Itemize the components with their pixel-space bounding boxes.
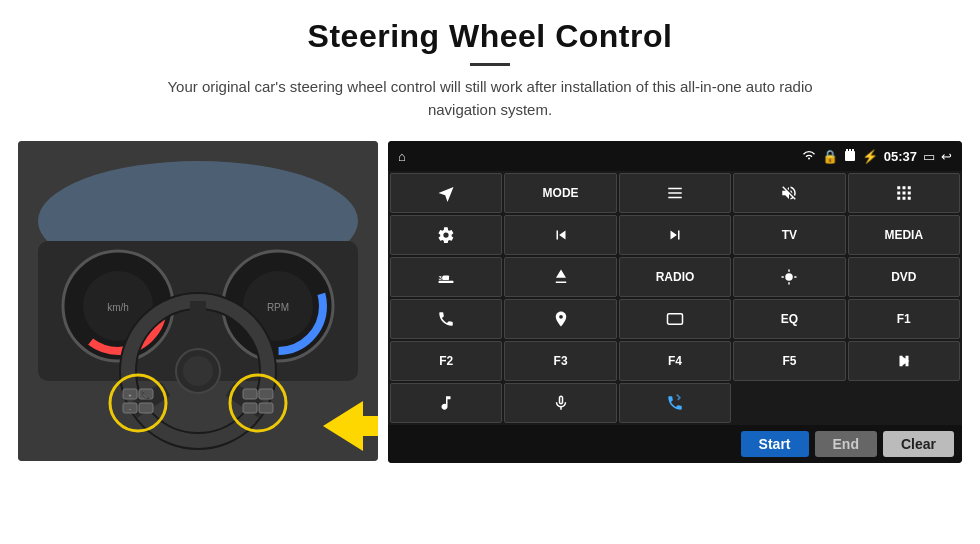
svg-rect-44 [908, 192, 911, 195]
svg-rect-41 [908, 186, 911, 189]
back-icon[interactable]: ↩ [941, 149, 952, 164]
btn-navigate[interactable] [390, 173, 502, 213]
svg-rect-38 [668, 197, 682, 199]
btn-phone[interactable] [390, 299, 502, 339]
bluetooth-icon: ⚡ [862, 149, 878, 164]
btn-apps[interactable] [848, 173, 960, 213]
svg-rect-49 [439, 281, 454, 283]
svg-rect-46 [902, 197, 905, 200]
svg-rect-35 [852, 149, 854, 152]
btn-media[interactable]: MEDIA [848, 215, 960, 255]
svg-text:+: + [128, 392, 132, 398]
start-button[interactable]: Start [741, 431, 809, 457]
btn-mic[interactable] [504, 383, 616, 423]
btn-f2[interactable]: F2 [390, 341, 502, 381]
btn-eject[interactable] [504, 257, 616, 297]
btn-radio[interactable]: RADIO [619, 257, 731, 297]
svg-text:RPM: RPM [267, 302, 289, 313]
status-time: 05:37 [884, 149, 917, 164]
btn-f4[interactable]: F4 [619, 341, 731, 381]
btn-f1[interactable]: F1 [848, 299, 960, 339]
status-bar: ⌂ 🔒 ⚡ 05:37 ▭ ↩ [388, 141, 962, 171]
clear-button[interactable]: Clear [883, 431, 954, 457]
svg-rect-56 [667, 314, 682, 325]
btn-360cam[interactable]: 360 [390, 257, 502, 297]
btn-screen[interactable] [619, 299, 731, 339]
lock-icon: 🔒 [822, 149, 838, 164]
svg-rect-43 [902, 192, 905, 195]
btn-f3[interactable]: F3 [504, 341, 616, 381]
btn-phone-answer[interactable] [619, 383, 731, 423]
status-bar-right: 🔒 ⚡ 05:37 ▭ ↩ [802, 148, 952, 165]
title-divider [470, 63, 510, 66]
svg-rect-24 [139, 403, 153, 413]
btn-mode[interactable]: MODE [504, 173, 616, 213]
svg-text:-: - [129, 406, 131, 412]
svg-rect-42 [897, 192, 900, 195]
svg-rect-47 [908, 197, 911, 200]
main-content: km/h RPM + - 📞 [0, 131, 980, 463]
btn-brightness[interactable] [733, 257, 845, 297]
btn-mute[interactable] [733, 173, 845, 213]
bottom-bar: Start End Clear [388, 425, 962, 463]
btn-tv[interactable]: TV [733, 215, 845, 255]
btn-navi[interactable] [504, 299, 616, 339]
svg-rect-39 [897, 186, 900, 189]
btn-dvd[interactable]: DVD [848, 257, 960, 297]
home-icon[interactable]: ⌂ [398, 149, 406, 164]
svg-rect-27 [243, 389, 257, 399]
svg-rect-50 [443, 276, 449, 281]
btn-next[interactable] [619, 215, 731, 255]
svg-rect-37 [668, 192, 682, 194]
btn-list[interactable] [619, 173, 731, 213]
btn-f5[interactable]: F5 [733, 341, 845, 381]
svg-rect-34 [849, 149, 851, 152]
cast-icon: ▭ [923, 149, 935, 164]
svg-text:km/h: km/h [107, 302, 129, 313]
svg-rect-45 [897, 197, 900, 200]
btn-prev[interactable] [504, 215, 616, 255]
end-button[interactable]: End [815, 431, 877, 457]
btn-settings[interactable] [390, 215, 502, 255]
svg-rect-30 [259, 403, 273, 413]
page-header: Steering Wheel Control Your original car… [0, 0, 980, 131]
page-subtitle: Your original car's steering wheel contr… [140, 76, 840, 121]
svg-rect-32 [845, 151, 855, 161]
svg-point-51 [786, 273, 794, 281]
svg-text:📞: 📞 [141, 390, 151, 400]
button-grid: MODE TV MEDIA 360 [388, 171, 962, 425]
page-title: Steering Wheel Control [40, 18, 940, 55]
svg-rect-33 [846, 149, 848, 152]
btn-play-pause[interactable] [848, 341, 960, 381]
head-unit: ⌂ 🔒 ⚡ 05:37 ▭ ↩ [388, 141, 962, 463]
svg-rect-40 [902, 186, 905, 189]
status-bar-left: ⌂ [398, 149, 406, 164]
svg-rect-29 [259, 389, 273, 399]
svg-rect-36 [668, 188, 682, 190]
btn-eq[interactable]: EQ [733, 299, 845, 339]
btn-music[interactable] [390, 383, 502, 423]
svg-point-17 [183, 356, 213, 386]
svg-rect-28 [243, 403, 257, 413]
car-image: km/h RPM + - 📞 [18, 141, 378, 461]
sd-icon [844, 148, 856, 165]
wifi-icon [802, 149, 816, 164]
